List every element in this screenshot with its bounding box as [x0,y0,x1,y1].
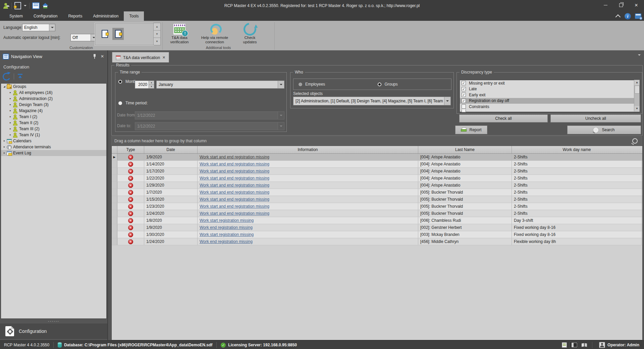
information-link[interactable]: Work start and end registration missing [200,169,269,173]
panel-close-icon[interactable]: ✕ [101,54,104,59]
tree-item[interactable]: Attendance terminals [1,144,106,150]
tree-expand-arrow[interactable] [8,132,12,138]
information-link[interactable]: Work start and end registration missing [200,155,269,159]
nav-footer-configuration[interactable]: Configuration [0,323,107,339]
discrepancy-option[interactable]: Early exit [460,92,640,98]
discrepancy-option[interactable]: Constraints [460,104,640,110]
tab-ta-data-verification[interactable]: T&A data verification ✕ [112,52,169,63]
report-button[interactable]: Report [455,126,487,134]
table-row[interactable]: ▶ ✕ 1/8/2020 Work start registration mis… [112,217,642,224]
status-report-icon[interactable] [580,342,589,348]
ribbon-tool-button[interactable]: Help via remote connection [200,22,229,48]
table-row[interactable]: ▶ ✕ 1/17/2020 Work start and end registr… [112,168,642,175]
information-link[interactable]: Work start and end registration missing [200,162,269,166]
ribbon-tool-button[interactable]: Check updates [235,22,264,48]
scrollbar-thumb[interactable] [635,86,640,94]
discrepancy-option[interactable]: Registration on day off [460,98,640,104]
tree-expand-arrow[interactable] [8,96,12,102]
table-row[interactable]: ▶ ✕ 1/24/2020 Work start and end registr… [112,210,642,217]
groups-radio[interactable] [377,82,382,87]
check-all-button[interactable]: Check all [459,114,548,122]
month-radio[interactable] [118,80,122,84]
tree-item[interactable]: Team IV (1) [1,132,106,138]
menu-tab[interactable]: Reports [63,11,88,21]
information-link[interactable]: Work start and end registration missing [200,190,269,195]
menu-tab[interactable]: Tools [124,11,144,21]
column-header-work-day-name[interactable]: Work day name [512,146,642,153]
collapse-all-icon[interactable] [17,74,23,79]
customization-gallery-item[interactable] [99,28,110,40]
tree-item[interactable]: Team III (2) [1,126,106,132]
tree-expand-arrow[interactable] [2,150,6,156]
tree-expand-arrow[interactable] [8,102,12,108]
ribbon-collapse-icon[interactable] [617,14,621,18]
scroll-up-icon[interactable]: ▲ [634,80,640,85]
tree-item[interactable]: Administraction (2) [1,96,106,102]
status-export-icon[interactable] [560,342,569,348]
discrepancy-scrollbar[interactable]: ▲ ▼ [634,80,640,111]
close-button[interactable]: ✕ [629,0,644,10]
logout-select[interactable]: Off [70,34,97,41]
information-link[interactable]: Work end registration missing [200,225,253,230]
tree-item[interactable]: Design Team (3) [1,102,106,108]
table-row[interactable]: ▶ ✕ 1/15/2020 Work start and end registr… [112,196,642,203]
customization-gallery-item-selected[interactable] [112,28,124,40]
checkbox[interactable] [462,99,466,103]
information-link[interactable]: Work start and end registration missing [200,183,269,188]
tree-item[interactable]: Team I (2) [1,114,106,120]
time-period-radio[interactable] [118,101,122,105]
column-header-date[interactable]: Date [144,146,198,153]
table-row[interactable]: ▶ ✕ 1/22/2020 Work start and end registr… [112,175,642,182]
selected-objects-select[interactable]: [2] Administraction, [1] Default, [3] De… [293,97,451,105]
year-spinner[interactable]: 2020 ▲ ▼ [135,81,154,89]
tree-expand-arrow[interactable] [2,144,6,150]
gallery-scroll-down[interactable]: ▼ [153,30,161,38]
table-row[interactable]: ▶ ✕ 1/7/2020 Work start and end registra… [112,189,642,196]
discrepancy-option[interactable]: Late [460,86,640,92]
month-select[interactable]: January [156,81,284,89]
table-row[interactable]: ▶ ✕ 1/9/2020 Work start and end registra… [112,154,642,161]
table-row[interactable]: ▶ ✕ 1/14/2020 Work start and end registr… [112,161,642,168]
employees-radio[interactable] [298,82,303,87]
tree-expand-arrow[interactable] [2,138,6,144]
gallery-expand[interactable]: ▼ [153,38,161,45]
information-link[interactable]: Work start and end registration missing [200,204,269,209]
checkbox[interactable] [462,81,466,85]
tree-item[interactable]: All employees (16) [1,90,106,96]
checkbox[interactable] [462,93,466,97]
tree-expand-arrow[interactable] [8,90,12,96]
status-panel-toggle-icon[interactable] [570,342,579,348]
window-settings-icon[interactable] [635,13,641,19]
tree-item[interactable]: Event Log [1,150,106,156]
information-link[interactable]: Work start and end registration missing [200,197,269,202]
tab-close-icon[interactable]: ✕ [162,55,165,60]
column-header-information[interactable]: Information [198,146,418,153]
year-down-button[interactable]: ▼ [149,85,154,89]
table-row[interactable]: ▶ ✕ 1/23/2020 Work start and end registr… [112,203,642,210]
tree-expand-arrow[interactable] [2,84,6,90]
checkbox[interactable] [462,87,466,91]
scroll-down-icon[interactable]: ▼ [634,106,640,111]
minimize-button[interactable] [598,0,613,10]
column-header-last-name[interactable]: Last Name [418,146,512,153]
search-button[interactable]: Search [567,126,641,134]
ribbon-tool-button[interactable]: T&A data verification [165,22,194,48]
information-link[interactable]: Work start registration missing [200,218,254,223]
tree-expand-arrow[interactable] [8,120,12,126]
menu-tab[interactable]: Administration [88,11,124,21]
column-header-type[interactable]: Type [117,146,144,153]
dropdown-button[interactable] [278,81,284,88]
tab-list-dropdown-icon[interactable] [638,54,641,56]
tree-expand-arrow[interactable] [8,108,12,114]
pin-icon[interactable] [93,54,96,59]
checkbox[interactable] [462,104,466,109]
panel-splitter[interactable]: ······ [0,319,107,323]
tree-item[interactable]: Magazine (4) [1,108,106,114]
language-select[interactable]: English [22,24,55,31]
tree-item[interactable]: Team II (2) [1,120,106,126]
table-row[interactable]: ▶ ✕ 1/29/2020 Work start and end registr… [112,182,642,189]
restore-button[interactable] [613,0,629,10]
tree-item[interactable]: Groups [1,84,106,90]
information-link[interactable]: Work start and end registration missing [200,211,269,216]
information-link[interactable]: Work start and end registration missing [200,176,269,181]
